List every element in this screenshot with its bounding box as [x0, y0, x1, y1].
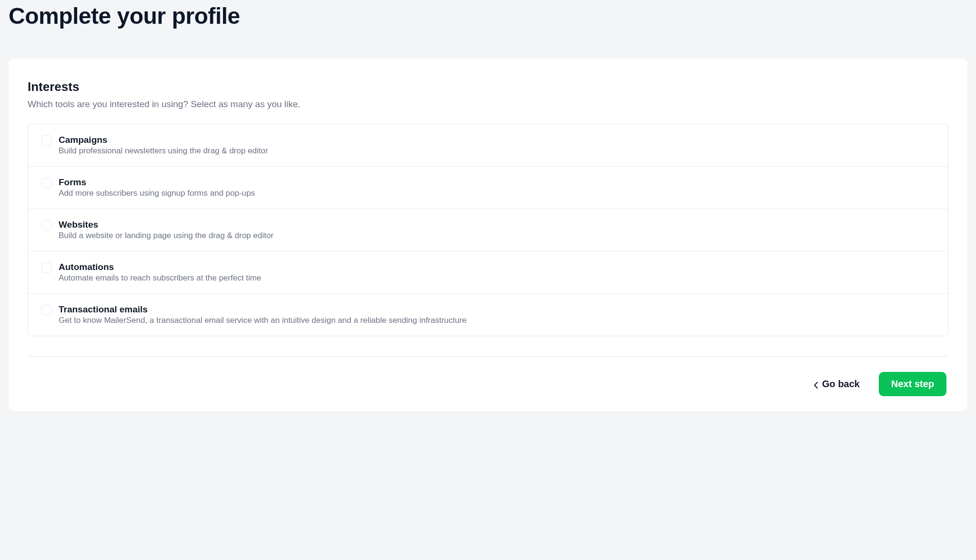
option-content: Websites Build a website or landing page…	[59, 220, 274, 240]
checkbox[interactable]	[41, 262, 52, 273]
option-websites[interactable]: Websites Build a website or landing page…	[28, 209, 948, 251]
divider	[28, 356, 948, 357]
option-content: Transactional emails Get to know MailerS…	[59, 304, 467, 325]
option-title: Automations	[59, 262, 261, 272]
checkbox[interactable]	[41, 178, 52, 188]
checkbox[interactable]	[41, 305, 52, 315]
options-list: Campaigns Build professional newsletters…	[28, 124, 948, 336]
option-automations[interactable]: Automations Automate emails to reach sub…	[28, 251, 948, 294]
footer-actions: Go back Next step	[28, 372, 948, 396]
option-desc: Build a website or landing page using th…	[59, 231, 274, 240]
option-title: Forms	[59, 177, 255, 188]
checkbox[interactable]	[41, 135, 52, 146]
page-title: Complete your profile	[0, 0, 976, 29]
option-content: Campaigns Build professional newsletters…	[59, 135, 268, 156]
go-back-button[interactable]: Go back	[813, 379, 860, 390]
next-step-button[interactable]: Next step	[879, 372, 946, 396]
option-desc: Build professional newsletters using the…	[59, 146, 268, 156]
card-subtitle: Which tools are you interested in using?…	[28, 99, 948, 110]
option-title: Websites	[59, 220, 274, 230]
option-desc: Add more subscribers using signup forms …	[59, 189, 255, 198]
option-desc: Automate emails to reach subscribers at …	[59, 273, 261, 283]
interests-card: Interests Which tools are you interested…	[9, 59, 967, 411]
go-back-label: Go back	[822, 379, 860, 390]
checkbox[interactable]	[41, 220, 52, 230]
option-content: Forms Add more subscribers using signup …	[59, 177, 255, 198]
option-transactional-emails[interactable]: Transactional emails Get to know MailerS…	[28, 294, 948, 336]
option-desc: Get to know MailerSend, a transactional …	[59, 316, 467, 325]
card-title: Interests	[28, 80, 948, 94]
option-campaigns[interactable]: Campaigns Build professional newsletters…	[28, 124, 948, 167]
chevron-left-icon	[813, 380, 818, 388]
option-forms[interactable]: Forms Add more subscribers using signup …	[28, 167, 948, 209]
option-content: Automations Automate emails to reach sub…	[59, 262, 261, 283]
option-title: Campaigns	[59, 135, 268, 145]
option-title: Transactional emails	[59, 304, 467, 315]
